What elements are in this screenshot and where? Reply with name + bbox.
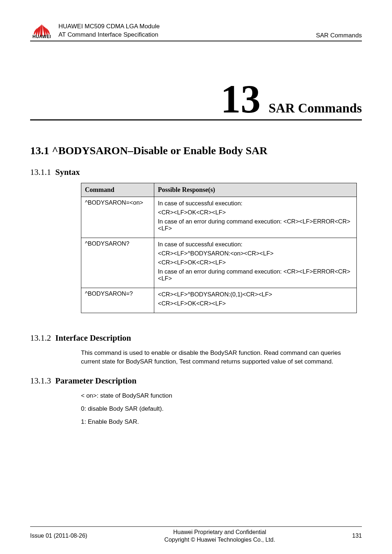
footer-mid1: Huawei Proprietary and Confidential — [164, 528, 275, 536]
section-title: ^BODYSARON–Disable or Enable Body SAR — [52, 144, 268, 156]
param-line: 1: Enable Body SAR. — [81, 418, 360, 426]
page-header: HUAWEI HUAWEI MC509 CDMA LGA Module AT C… — [30, 22, 362, 41]
footer-mid2: Copyright © Huawei Technologies Co., Ltd… — [164, 536, 275, 544]
subsection-interface: 13.1.2 Interface Description — [30, 333, 362, 343]
col-response: Possible Response(s) — [154, 183, 357, 197]
section-number: 13.1 — [30, 144, 49, 156]
header-right: SAR Commands — [316, 32, 362, 39]
huawei-logo: HUAWEI — [30, 24, 53, 39]
doc-title-line1: HUAWEI MC509 CDMA LGA Module — [58, 22, 160, 31]
syntax-title: Syntax — [55, 168, 80, 177]
interface-text: This command is used to enable or disabl… — [81, 349, 360, 366]
subsection-syntax: 13.1.1 Syntax — [30, 168, 362, 177]
syntax-table: Command Possible Response(s) ^BODYSARON=… — [81, 183, 357, 313]
col-command: Command — [81, 183, 154, 197]
cell-response: In case of successful execution: <CR><LF… — [154, 197, 357, 238]
cell-response: <CR><LF>^BODYSARON:(0,1)<CR><LF> <CR><LF… — [154, 288, 357, 313]
param-line: 0: disable Body SAR (default). — [81, 405, 360, 413]
resp-line: <CR><LF>OK<CR><LF> — [158, 259, 353, 266]
resp-line: <CR><LF>OK<CR><LF> — [158, 300, 353, 307]
header-titles: HUAWEI MC509 CDMA LGA Module AT Command … — [58, 22, 160, 39]
interface-body: This command is used to enable or disabl… — [81, 349, 360, 370]
resp-line: <CR><LF>OK<CR><LF> — [158, 209, 353, 216]
table-row: ^BODYSARON? In case of successful execut… — [81, 238, 357, 288]
header-left: HUAWEI HUAWEI MC509 CDMA LGA Module AT C… — [30, 22, 160, 39]
param-num: 13.1.3 — [30, 376, 51, 385]
cell-command: ^BODYSARON? — [81, 238, 154, 288]
resp-line: <CR><LF>^BODYSARON:(0,1)<CR><LF> — [158, 291, 353, 298]
footer-mid: Huawei Proprietary and Confidential Copy… — [164, 528, 275, 544]
table-row: ^BODYSARON=? <CR><LF>^BODYSARON:(0,1)<CR… — [81, 288, 357, 313]
resp-line: In case of successful execution: — [158, 241, 353, 248]
logo-text: HUAWEI — [33, 34, 51, 39]
resp-line: In case of an error during command execu… — [158, 218, 353, 232]
resp-line: In case of an error during command execu… — [158, 268, 353, 282]
footer-page-number: 131 — [352, 533, 362, 539]
resp-line: In case of successful execution: — [158, 200, 353, 207]
section-heading: 13.1 ^BODYSARON–Disable or Enable Body S… — [30, 144, 362, 157]
interface-title: Interface Description — [55, 333, 131, 342]
syntax-num: 13.1.1 — [30, 168, 51, 177]
doc-title-line2: AT Command Interface Specification — [58, 31, 160, 39]
subsection-parameter: 13.1.3 Parameter Description — [30, 376, 362, 386]
page: HUAWEI HUAWEI MC509 CDMA LGA Module AT C… — [0, 0, 392, 554]
table-head-row: Command Possible Response(s) — [81, 183, 357, 197]
page-footer: Issue 01 (2011-08-26) Huawei Proprietary… — [30, 526, 362, 544]
param-line: < on>: state of BodySAR function — [81, 391, 360, 400]
resp-line: <CR><LF>^BODYSARON:<on><CR><LF> — [158, 250, 353, 257]
parameter-body: < on>: state of BodySAR function 0: disa… — [81, 391, 360, 431]
interface-num: 13.1.2 — [30, 333, 51, 342]
footer-left: Issue 01 (2011-08-26) — [30, 533, 87, 539]
cell-command: ^BODYSARON=? — [81, 288, 154, 313]
param-title: Parameter Description — [55, 376, 136, 385]
cell-command: ^BODYSARON=<on> — [81, 197, 154, 238]
cell-response: In case of successful execution: <CR><LF… — [154, 238, 357, 288]
chapter-title: SAR Commands — [269, 101, 362, 115]
chapter-number: 13 — [221, 81, 261, 117]
table-row: ^BODYSARON=<on> In case of successful ex… — [81, 197, 357, 238]
chapter-heading: 13 SAR Commands — [30, 81, 362, 120]
